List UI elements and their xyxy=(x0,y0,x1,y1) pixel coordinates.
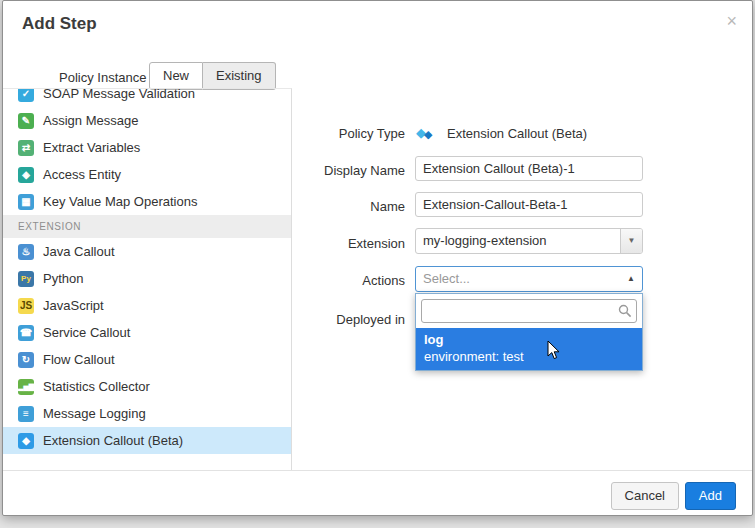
display-name-input[interactable] xyxy=(415,156,643,181)
statistics-collector-icon: ▂▅▇ xyxy=(18,379,34,395)
name-input[interactable] xyxy=(415,192,643,217)
sidebar-item-label: Service Callout xyxy=(43,325,130,340)
javascript-icon: JS xyxy=(18,298,34,314)
sidebar-item-label: Flow Callout xyxy=(43,352,115,367)
sidebar-section-extension: EXTENSION xyxy=(3,215,291,238)
sidebar-item-label: Extract Variables xyxy=(43,140,140,155)
chevron-up-icon[interactable]: ▲ xyxy=(620,267,642,291)
policy-instance-label: Policy Instance xyxy=(59,70,146,85)
key-value-map-icon: ▦ xyxy=(18,194,34,210)
actions-search-wrap xyxy=(421,299,637,323)
sidebar-item-python[interactable]: Py Python xyxy=(3,265,291,292)
extension-callout-icon: ◆ xyxy=(18,433,34,449)
sidebar-item-label: Java Callout xyxy=(43,244,115,259)
sidebar-item-soap-message-validation[interactable]: ✓ SOAP Message Validation xyxy=(3,88,291,107)
sidebar-item-flow-callout[interactable]: ↻ Flow Callout xyxy=(3,346,291,373)
policy-type-list: ✓ SOAP Message Validation ✎ Assign Messa… xyxy=(3,88,292,470)
actions-label: Actions xyxy=(273,273,405,288)
policy-type-value-row: ◆ ◆ Extension Callout (Beta) xyxy=(416,123,587,143)
policy-instance-existing-button[interactable]: Existing xyxy=(203,62,276,90)
chevron-down-icon[interactable]: ▼ xyxy=(620,229,642,253)
extract-variables-icon: ⇄ xyxy=(18,140,34,156)
service-callout-icon: ☎ xyxy=(18,325,34,341)
message-logging-icon: ≡ xyxy=(18,406,34,422)
sidebar-item-javascript[interactable]: JS JavaScript xyxy=(3,292,291,319)
sidebar-item-java-callout[interactable]: ♨ Java Callout xyxy=(3,238,291,265)
sidebar-item-service-callout[interactable]: ☎ Service Callout xyxy=(3,319,291,346)
sidebar-item-label: SOAP Message Validation xyxy=(43,88,195,101)
footer-divider xyxy=(3,470,752,471)
name-label: Name xyxy=(273,199,405,214)
actions-search-input[interactable] xyxy=(421,299,637,323)
sidebar-item-label: Key Value Map Operations xyxy=(43,194,197,209)
dropdown-option-detail: environment: test xyxy=(416,348,642,366)
sidebar-item-label: Python xyxy=(43,271,83,286)
dropdown-option-log[interactable]: log environment: test xyxy=(416,328,642,370)
mouse-cursor xyxy=(547,340,561,364)
java-callout-icon: ♨ xyxy=(18,244,34,260)
extension-label: Extension xyxy=(273,236,405,251)
actions-select[interactable]: Select... ▲ xyxy=(415,266,643,292)
add-button[interactable]: Add xyxy=(685,482,736,510)
access-entity-icon: ◈ xyxy=(18,167,34,183)
sidebar-item-access-entity[interactable]: ◈ Access Entity xyxy=(3,161,291,188)
soap-message-validation-icon: ✓ xyxy=(18,88,34,102)
sidebar-item-extract-variables[interactable]: ⇄ Extract Variables xyxy=(3,134,291,161)
sidebar-item-label: Message Logging xyxy=(43,406,146,421)
policy-instance-new-button[interactable]: New xyxy=(149,62,203,90)
sidebar-item-key-value-map-operations[interactable]: ▦ Key Value Map Operations xyxy=(3,188,291,215)
sidebar-item-label: Statistics Collector xyxy=(43,379,150,394)
sidebar-item-statistics-collector[interactable]: ▂▅▇ Statistics Collector xyxy=(3,373,291,400)
extension-select-value: my-logging-extension xyxy=(416,229,620,253)
sidebar-item-message-logging[interactable]: ≡ Message Logging xyxy=(3,400,291,427)
actions-dropdown-panel: log environment: test xyxy=(415,293,643,371)
sidebar-item-label: JavaScript xyxy=(43,298,104,313)
assign-message-icon: ✎ xyxy=(18,113,34,129)
search-icon xyxy=(618,304,632,318)
policy-instance-toggle: New Existing xyxy=(149,62,276,90)
cancel-button[interactable]: Cancel xyxy=(611,482,679,510)
policy-type-label: Policy Type xyxy=(273,126,405,141)
sidebar-item-label: Assign Message xyxy=(43,113,138,128)
close-icon[interactable]: × xyxy=(726,11,737,32)
dropdown-option-name: log xyxy=(416,330,642,348)
sidebar-item-label: Access Entity xyxy=(43,167,121,182)
actions-select-value: Select... xyxy=(416,267,620,291)
extension-select[interactable]: my-logging-extension ▼ xyxy=(415,228,643,254)
display-name-label: Display Name xyxy=(273,163,405,178)
modal-title: Add Step xyxy=(22,14,97,34)
sidebar-item-extension-callout-beta[interactable]: ◆ Extension Callout (Beta) xyxy=(3,427,291,454)
sidebar-item-label: Extension Callout (Beta) xyxy=(43,433,183,448)
python-icon: Py xyxy=(18,271,34,287)
deployed-in-label: Deployed in xyxy=(273,312,405,327)
add-step-modal: Add Step × Policy Instance New Existing … xyxy=(2,0,753,516)
extension-callout-beta-icon: ◆ ◆ xyxy=(416,124,438,142)
policy-type-value: Extension Callout (Beta) xyxy=(447,126,587,141)
sidebar-item-assign-message[interactable]: ✎ Assign Message xyxy=(3,107,291,134)
flow-callout-icon: ↻ xyxy=(18,352,34,368)
